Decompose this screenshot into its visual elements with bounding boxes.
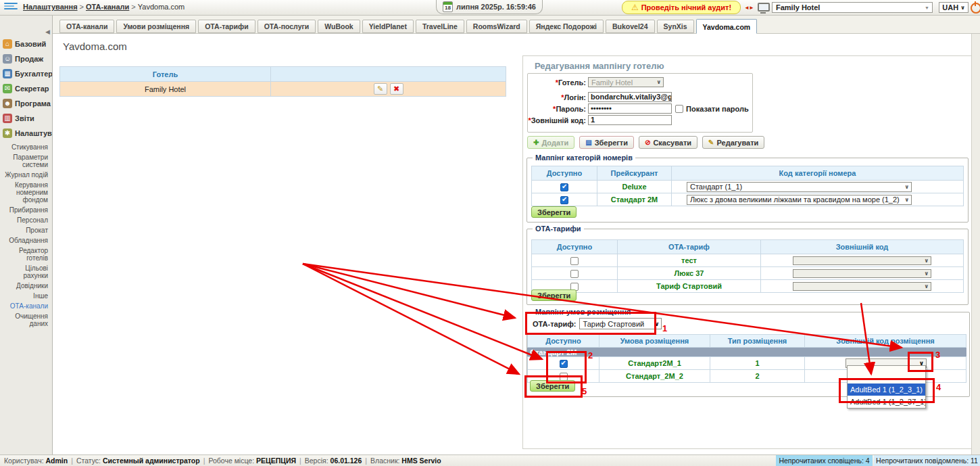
available-cell — [532, 193, 597, 206]
sidebar-item-staff[interactable]: Персонал — [0, 216, 51, 224]
tab-yandex-travel[interactable]: Яндекс Подорожі — [529, 20, 604, 33]
login-input[interactable]: bondarchuk.vitaliy3@gmail.c — [588, 92, 672, 102]
currency-selector[interactable]: UAH ∨ — [939, 2, 969, 13]
module-label: Бухгалтерія — [15, 70, 52, 78]
sidebar-item-hotel-editor[interactable]: Редактор готелів — [0, 247, 51, 262]
sidebar-item-equipment[interactable]: Обладнання — [0, 237, 51, 244]
dropdown-option-selected[interactable]: AdultBed 1 (1_2_3_1) — [848, 383, 925, 396]
tab-yavdoma[interactable]: Yavdoma.com — [696, 19, 758, 34]
available-checkbox[interactable] — [570, 257, 579, 265]
tab-bukovel24[interactable]: Bukovel24 — [606, 20, 655, 33]
tab-placement-terms[interactable]: Умови розміщення — [116, 20, 196, 33]
sidebar-module-accounting[interactable]: ▦Бухгалтерія — [0, 66, 52, 81]
password-field-label: *Пароль: — [528, 105, 586, 113]
sidebar-item-event-log[interactable]: Журнал подій — [0, 171, 51, 179]
delete-row-button[interactable]: ✖ — [390, 83, 403, 95]
sidebar-item-target-accounts[interactable]: Цільові рахунки — [0, 264, 51, 279]
gear-icon: ✱ — [3, 129, 12, 138]
show-password-checkbox[interactable] — [675, 105, 683, 113]
sidebar-module-settings[interactable]: ✱Налаштування — [0, 126, 52, 141]
col-available: Доступно — [532, 240, 618, 254]
tariff-name-cell: Люкс 37 — [618, 267, 761, 280]
tab-travelline[interactable]: TravelLine — [416, 20, 464, 33]
tab-ota-services[interactable]: ОТА-послуги — [258, 20, 316, 33]
save-placement-button[interactable]: Зберегти — [530, 380, 575, 392]
ota-tariffs-section: ОТА-тарифи Доступно ОТА-тариф Зовнішній … — [526, 229, 969, 305]
dropdown-option[interactable]: AdultBed 1 (1_2_37_1) — [848, 396, 925, 408]
tab-bar: ОТА-канали Умови розміщення ОТА-тарифи О… — [53, 15, 980, 34]
sidebar-item-docking[interactable]: Стикування — [0, 143, 51, 151]
breadcrumb-ota-channels[interactable]: ОТА-канали — [86, 3, 129, 11]
save-tariffs-button[interactable]: Зберегти — [531, 289, 577, 301]
available-checkbox[interactable] — [570, 270, 579, 278]
sync-arrows-icon[interactable]: ◄► — [744, 5, 754, 11]
sidebar-collapse-icon[interactable]: ◀ — [45, 28, 50, 35]
external-code-input[interactable]: 1 — [588, 115, 672, 125]
hotel-selector[interactable]: Family Hotel ▼ — [772, 2, 933, 13]
unread-notifications-badge[interactable]: Непрочитаних сповіщень: 4 — [776, 455, 873, 466]
available-checkbox[interactable] — [560, 373, 568, 381]
sidebar-item-room-fund[interactable]: Керування номерним фондом — [0, 181, 51, 204]
label-text: Логін: — [564, 93, 586, 101]
edit-button[interactable]: ✎Редагувати — [702, 136, 764, 149]
tab-ota-channels[interactable]: ОТА-канали — [59, 20, 114, 33]
app-window: Налаштування>ОТА-канали>Yavdoma.com 18 л… — [0, 0, 980, 466]
available-checkbox[interactable] — [560, 360, 568, 368]
cancel-button[interactable]: ⊘Скасувати — [639, 136, 697, 149]
ota-tariff-filter-select[interactable]: Тариф Стартовий ∨ — [579, 318, 662, 329]
tab-synxis[interactable]: SynXis — [657, 20, 694, 33]
external-code-select[interactable]: ∨ — [793, 282, 931, 291]
sidebar-item-housekeeping[interactable]: Прибирання — [0, 206, 51, 214]
sidebar-module-basic[interactable]: ⌂Базовий — [0, 37, 52, 51]
available-cell — [528, 357, 599, 370]
col-hotel: Готель — [60, 67, 271, 82]
night-audit-warning[interactable]: ⚠ Проведіть нічний аудит! — [622, 1, 741, 14]
add-button[interactable]: ✚Додати — [527, 136, 574, 149]
sidebar-item-data-cleanup[interactable]: Очищення даних — [0, 312, 51, 327]
available-checkbox[interactable] — [560, 196, 568, 204]
power-icon[interactable] — [971, 3, 980, 14]
breadcrumb-settings[interactable]: Налаштування — [23, 3, 78, 11]
sidebar-module-loyalty[interactable]: ☻Програма лояльності — [0, 96, 52, 111]
status-info: Користувач: Admin|Статус: Системный адми… — [4, 457, 441, 465]
external-code-select[interactable]: ∨ — [793, 256, 931, 265]
sidebar-item-ota-channels[interactable]: ОТА-канали — [0, 302, 51, 310]
password-input[interactable]: •••••••• — [588, 103, 672, 114]
datetime-display: 18 липня 2025р. 16:59:46 — [436, 0, 543, 14]
label-text: Зовнішній код: — [531, 116, 586, 124]
save-categories-button[interactable]: Зберегти — [531, 206, 577, 218]
tab-yieldplanet[interactable]: YieldPlanet — [362, 20, 414, 33]
external-code-select[interactable]: ∨ — [793, 269, 931, 278]
tab-roomswizard[interactable]: RoomsWizard — [466, 20, 527, 33]
dropdown-option-empty[interactable] — [848, 366, 925, 383]
sidebar-item-rental[interactable]: Прокат — [0, 227, 51, 234]
sidebar-item-other[interactable]: Інше — [0, 292, 51, 300]
edit-row-button[interactable]: ✎ — [374, 83, 387, 95]
unread-messages-badge[interactable]: Непрочитаних повідомлень: 11 — [874, 455, 980, 466]
external-code-cell: ∨ — [761, 254, 964, 267]
category-code-select[interactable]: Люкс з двома великими ліжками та краєвид… — [687, 195, 912, 205]
chevron-down-icon: ∨ — [905, 197, 910, 203]
sidebar-module-secretary[interactable]: ✉Секретар — [0, 81, 52, 96]
col-placement-term: Умова розміщення — [599, 335, 710, 348]
hotel-field-select[interactable]: Family Hotel ∨ — [588, 77, 664, 87]
col-available: Доступно — [528, 335, 599, 348]
col-placement-type: Тип розміщення — [710, 335, 805, 348]
save-button[interactable]: ▤Зберегти — [579, 136, 634, 149]
sidebar-submenu: Стикування Параметри системи Журнал поді… — [0, 143, 52, 330]
table-row: Family Hotel ✎✖ — [60, 82, 506, 97]
category-code-select[interactable]: Стандарт (1_1) ∨ — [687, 182, 912, 192]
sidebar-item-system-params[interactable]: Параметри системи — [0, 154, 51, 168]
sidebar-item-directories[interactable]: Довідники — [0, 282, 51, 289]
sidebar-module-reports[interactable]: ▥Звіти — [0, 111, 52, 126]
workstation-icon[interactable] — [758, 3, 768, 12]
scrollbar[interactable] — [971, 34, 980, 455]
tab-ota-tariffs[interactable]: ОТА-тарифи — [198, 20, 255, 33]
button-label: Редагувати — [716, 139, 758, 147]
available-checkbox[interactable] — [560, 183, 568, 191]
menu-icon[interactable] — [4, 3, 19, 12]
chevron-down-icon: ∨ — [654, 321, 659, 327]
sidebar-module-sales[interactable]: ☺Продаж — [0, 51, 52, 66]
pricelist-cell: Deluxe — [597, 181, 672, 193]
tab-wubook[interactable]: WuBook — [318, 20, 360, 33]
